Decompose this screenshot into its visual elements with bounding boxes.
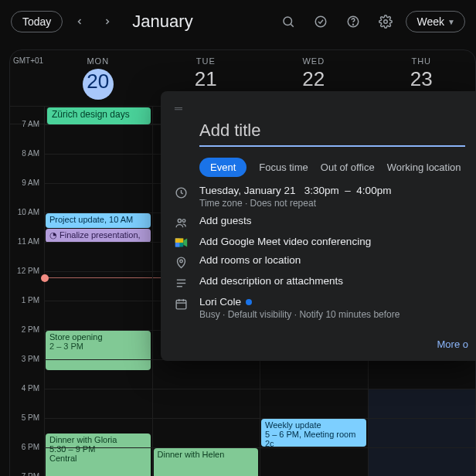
svg-point-7 [178,219,181,223]
settings-icon[interactable] [373,9,398,34]
grid-cell[interactable] [368,447,476,476]
event-line: Dinner with Gloria [49,435,147,444]
svg-point-8 [182,219,185,223]
event-finalize[interactable]: ◔Finalize presentation, 10: [46,229,151,243]
help-icon[interactable] [341,9,366,34]
grid-cell[interactable] [44,154,152,183]
search-icon[interactable] [276,9,301,34]
add-meet[interactable]: Add Google Meet video conferencing [199,236,371,247]
grid-cell[interactable] [368,418,476,447]
svg-point-0 [284,17,292,26]
svg-marker-12 [183,238,187,246]
event-time[interactable]: Tuesday, January 21 3:30pm – 4:00pm [199,185,391,196]
grid-cell[interactable]: Dinner with Gloria5:30 – 9 PMCentral [44,418,152,447]
svg-rect-11 [175,238,183,243]
grid-cell[interactable] [44,359,152,389]
hour-label: 12 PM [10,267,44,296]
grid-cell[interactable]: Dinner with Helen [152,447,260,476]
svg-point-4 [352,24,353,25]
grid-cell[interactable] [44,124,152,154]
add-description[interactable]: Add description or attachments [199,275,343,287]
hour-label: 7 PM [10,472,44,476]
grid-cell[interactable] [152,359,260,389]
organizer[interactable]: Lori Cole [199,296,400,308]
grid-cell[interactable] [152,389,260,418]
allday-event[interactable]: Zürich design days [46,107,151,124]
description-icon [173,275,189,290]
grid-cell[interactable] [44,389,152,418]
grid-cell[interactable] [44,271,152,301]
dow-label: WED [260,56,368,66]
grid-cell[interactable] [44,242,152,271]
hour-label: 5 PM [10,413,44,443]
hour-label: 1 PM [10,296,44,325]
organizer-sub: Busy · Default visibility · Notify 10 mi… [199,309,400,320]
svg-line-1 [291,24,293,26]
event-project[interactable]: Project update, 10 AM [46,213,151,228]
now-indicator-dot [41,274,49,282]
grid-cell[interactable]: Project update, 10 AM◔Finalize presentat… [44,212,152,242]
view-label: Week [417,15,445,28]
event-line: 5 – 6 PM, Meeting room 2c [265,430,362,447]
grid-cell[interactable]: Weekly update5 – 6 PM, Meeting room 2c [260,418,368,447]
hour-label: 9 AM [10,178,44,208]
grid-cell[interactable] [44,301,152,330]
dow-label: MON [44,56,152,66]
event-helen[interactable]: Dinner with Helen [154,448,259,476]
event-line: Store opening [49,332,147,342]
meet-icon [173,236,189,248]
hour-label: 11 AM [10,237,44,267]
grid-cell[interactable] [260,359,368,389]
people-icon [173,215,189,230]
prev-button[interactable] [69,11,90,32]
grid-cell[interactable] [152,418,260,447]
svg-point-13 [179,260,182,263]
location-icon [173,254,189,269]
grid-cell[interactable] [44,183,152,212]
more-options-link[interactable]: More o [173,338,470,350]
hour-label: 2 PM [10,325,44,355]
dow-label: THU [368,56,476,66]
day-number: 20 [83,69,114,100]
color-dot [246,299,252,305]
timezone-label: GMT+01 [10,50,44,106]
event-time-sub[interactable]: Time zone · Does not repeat [199,198,391,209]
tab-working-location[interactable]: Working location [387,162,461,173]
event-line: 2 – 3 PM [49,342,147,351]
hour-label: 3 PM [10,355,44,384]
calendar-icon [173,296,189,311]
grid-cell[interactable]: Store opening2 – 3 PM [44,330,152,359]
tab-event[interactable]: Event [199,158,246,177]
clock-icon [173,185,189,199]
now-indicator-line [45,277,152,278]
event-weekly[interactable]: Weekly update5 – 6 PM, Meeting room 2c [261,419,366,447]
event-line: Project update, 10 AM [49,215,147,224]
event-line: Weekly update [265,420,362,430]
next-button[interactable] [97,11,118,32]
hour-label: 8 AM [10,149,44,178]
hour-label: 6 PM [10,443,44,472]
add-guests[interactable]: Add guests [199,215,252,226]
grid-cell[interactable] [368,389,476,418]
grid-cell[interactable] [260,389,368,418]
event-line: Dinner with Helen [158,450,255,459]
grid-cell[interactable] [44,447,152,476]
add-location[interactable]: Add rooms or location [199,254,301,266]
hour-label: 4 PM [10,384,44,413]
tab-out-of-office[interactable]: Out of office [321,162,375,173]
svg-point-5 [383,20,387,24]
chevron-down-icon: ▼ [447,18,455,26]
view-selector[interactable]: Week ▼ [406,11,465,32]
svg-rect-17 [176,301,186,309]
month-label: January [132,12,192,32]
hour-label: 7 AM [10,120,44,149]
tab-focus-time[interactable]: Focus time [259,162,308,173]
grid-cell[interactable] [368,359,476,389]
drag-handle-icon[interactable]: ═ [175,102,470,114]
dow-label: TUE [152,56,260,66]
today-button[interactable]: Today [11,11,63,32]
grid-cell[interactable] [260,447,368,476]
day-header-mon[interactable]: MON 20 [44,50,152,106]
check-circle-icon[interactable] [308,9,333,34]
event-title-input[interactable] [199,117,465,147]
